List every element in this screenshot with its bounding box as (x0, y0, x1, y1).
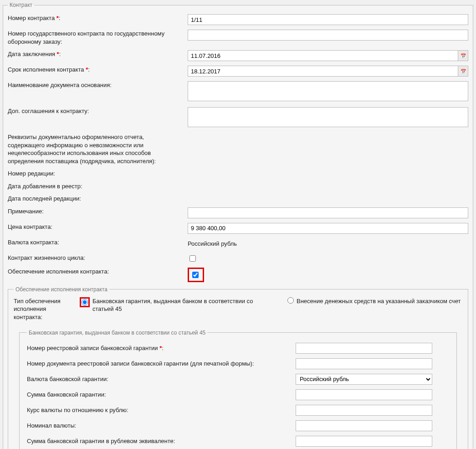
checkbox-lifecycle-contract[interactable] (189, 255, 196, 262)
row-requisites: Реквизиты документально оформленного отч… (8, 131, 468, 167)
label-bank-reg-number: Номер реестровой записи банковской гаран… (27, 345, 296, 351)
row-performance-security: Обеспечение исполнения контракта: (8, 265, 468, 284)
input-gov-contract-number[interactable] (188, 30, 468, 41)
row-last-edition-date: Дата последней редакции: (8, 192, 468, 205)
row-edition-number: Номер редакции: (8, 167, 468, 180)
label-bank-doc-number: Номер документа реестровой записи банков… (27, 360, 296, 367)
required-star: * (159, 345, 162, 351)
highlight-box (188, 268, 204, 282)
row-bank-amount: Сумма банковской гарантии: (27, 387, 449, 403)
row-contract-currency: Валюта контракта: Российский рубль (8, 236, 468, 252)
row-note: Примечание: (8, 205, 468, 221)
radio-label-bank-guarantee: Банковская гарантия, выданная банком в с… (92, 297, 270, 313)
input-bank-nominal[interactable] (296, 420, 432, 431)
radio-label-cash-deposit: Внесение денежных средств на указанный з… (297, 297, 461, 305)
label-addendums: Доп. соглашения к контракту: (8, 107, 188, 115)
row-bank-rate: Курс валюты по отношению к рублю: (27, 403, 449, 418)
label-gov-contract-number: Номер государственного контракта по госу… (8, 30, 188, 46)
required-star: * (56, 15, 59, 21)
calendar-icon[interactable]: 📅 (458, 66, 468, 77)
checkbox-performance-security[interactable] (192, 272, 199, 278)
label-bank-nominal: Номинал валюты: (27, 422, 296, 429)
label-bank-amount-rub: Сумма банковской гарантии в рублевом экв… (27, 438, 296, 444)
row-registry-add-date: Дата добавления в реестр: (8, 180, 468, 193)
input-contract-number[interactable] (188, 14, 468, 25)
radio-bank-guarantee[interactable] (82, 299, 88, 305)
row-lifecycle-contract: Контракт жизненного цикла: (8, 252, 468, 265)
label-last-edition-date: Дата последней редакции: (8, 195, 188, 203)
row-bank-currency: Валюта банковской гарантии: Российский р… (27, 372, 449, 387)
label-execution-deadline: Срок исполнения контракта *: (8, 66, 188, 74)
security-fieldset: Обеспечение исполнения контракта Тип обе… (8, 286, 468, 449)
label-performance-security: Обеспечение исполнения контракта: (8, 268, 188, 276)
required-star: * (86, 66, 88, 73)
row-execution-deadline: Срок исполнения контракта *: 📅 (8, 63, 468, 79)
label-security-type: Тип обеспечения исполнения контракта: (14, 297, 75, 321)
option-cash-deposit: Внесение денежных средств на указанный з… (287, 297, 461, 305)
label-note: Примечание: (8, 207, 188, 216)
label-lifecycle-contract: Контракт жизненного цикла: (8, 254, 188, 262)
radio-cash-deposit[interactable] (287, 297, 294, 304)
label-conclusion-date: Дата заключения *: (8, 50, 188, 58)
row-basis-doc-name: Наименование документа основания: (8, 79, 468, 105)
row-bank-doc-number: Номер документа реестровой записи банков… (27, 356, 449, 372)
label-bank-currency: Валюта банковской гарантии: (27, 376, 296, 382)
label-contract-currency: Валюта контракта: (8, 238, 188, 247)
contract-fieldset: Контракт Номер контракта *: Номер госуда… (3, 2, 473, 449)
row-conclusion-date: Дата заключения *: 📅 (8, 48, 468, 63)
highlight-box (80, 297, 90, 307)
row-addendums: Доп. соглашения к контракту: (8, 105, 468, 131)
input-bank-reg-number[interactable] (296, 343, 432, 354)
row-bank-amount-rub: Сумма банковской гарантии в рублевом экв… (27, 434, 449, 449)
label-registry-add-date: Дата добавления в реестр: (8, 182, 188, 191)
textarea-addendums[interactable] (188, 107, 468, 127)
row-bank-nominal: Номинал валюты: (27, 418, 449, 434)
input-execution-deadline[interactable] (188, 66, 458, 77)
value-contract-currency: Российский рубль (188, 240, 237, 247)
input-note[interactable] (188, 207, 468, 218)
label-bank-rate: Курс валюты по отношению к рублю: (27, 407, 296, 413)
input-contract-price[interactable] (188, 223, 468, 234)
required-star: * (57, 51, 59, 57)
textarea-basis-doc-name[interactable] (188, 81, 468, 101)
input-bank-rate[interactable] (296, 405, 432, 416)
bank-guarantee-fieldset: Банковская гарантия, выданная банком в с… (19, 330, 457, 449)
label-contract-number: Номер контракта *: (8, 14, 188, 22)
row-security-type: Тип обеспечения исполнения контракта: Ба… (14, 297, 462, 321)
input-conclusion-date[interactable] (188, 50, 458, 61)
input-bank-amount-rub[interactable] (296, 436, 432, 447)
row-gov-contract-number: Номер государственного контракта по госу… (8, 27, 468, 48)
select-bank-currency[interactable]: Российский рубль (296, 374, 432, 385)
contract-legend: Контракт (8, 2, 34, 8)
row-contract-price: Цена контракта: (8, 221, 468, 236)
row-contract-number: Номер контракта *: (8, 12, 468, 27)
bank-guarantee-legend: Банковская гарантия, выданная банком в с… (27, 330, 207, 336)
label-basis-doc-name: Наименование документа основания: (8, 81, 188, 89)
label-requisites: Реквизиты документально оформленного отч… (8, 133, 188, 165)
input-bank-doc-number[interactable] (296, 358, 432, 369)
label-contract-price: Цена контракта: (8, 223, 188, 231)
input-bank-amount[interactable] (296, 389, 432, 400)
label-bank-amount: Сумма банковской гарантии: (27, 391, 296, 398)
security-legend: Обеспечение исполнения контракта (14, 286, 109, 293)
row-bank-reg-number: Номер реестровой записи банковской гаран… (27, 341, 449, 356)
option-bank-guarantee: Банковская гарантия, выданная банком в с… (80, 297, 270, 313)
label-edition-number: Номер редакции: (8, 170, 188, 178)
calendar-icon[interactable]: 📅 (458, 50, 468, 61)
